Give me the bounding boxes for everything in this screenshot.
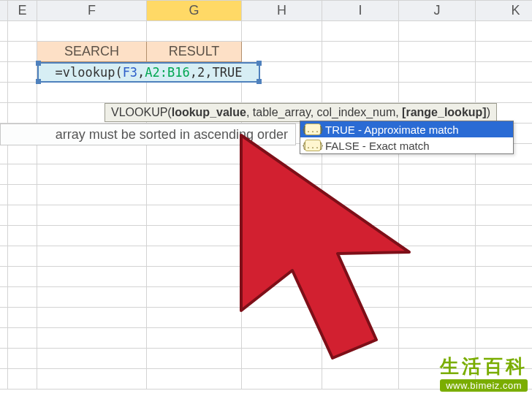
table-row[interactable] <box>0 308 532 328</box>
table-row[interactable]: SEARCH RESULT <box>0 42 532 62</box>
col-header-H[interactable]: H <box>242 1 322 21</box>
formula-edit-box[interactable]: =vlookup(F3,A2:B16,2,TRUE <box>37 62 260 83</box>
table-row[interactable] <box>0 164 532 185</box>
autocomplete-option-label: TRUE - Approximate match <box>325 123 459 136</box>
autocomplete-option-true[interactable]: {...} TRUE - Approximate match <box>300 121 513 137</box>
col-header-G[interactable]: G <box>147 1 242 21</box>
constant-icon: {...} <box>305 140 321 151</box>
cell-result-label[interactable]: RESULT <box>147 42 242 62</box>
table-row[interactable] <box>0 287 532 308</box>
table-row[interactable] <box>0 185 532 205</box>
table-row[interactable] <box>0 328 532 349</box>
watermark: 生活百科 www.bimeiz.com <box>440 354 528 392</box>
watermark-title: 生活百科 <box>440 354 528 379</box>
col-header-J[interactable]: J <box>399 1 476 21</box>
autocomplete-dropdown[interactable]: {...} TRUE - Approximate match {...} FAL… <box>300 121 514 154</box>
autocomplete-option-false[interactable]: {...} FALSE - Exact match <box>300 137 513 153</box>
col-header-D[interactable]: D <box>0 1 8 21</box>
function-signature-tooltip: VLOOKUP(lookup_value, table_array, col_i… <box>104 103 497 122</box>
cell-search-label[interactable]: SEARCH <box>37 42 147 62</box>
table-row[interactable] <box>0 267 532 287</box>
table-row[interactable] <box>0 83 532 103</box>
col-header-E[interactable]: E <box>8 1 37 21</box>
table-row[interactable] <box>0 226 532 246</box>
table-row[interactable] <box>0 21 532 42</box>
spreadsheet-grid[interactable]: D E F G H I J K SEARCH RESULT =vlookup(F… <box>0 0 532 390</box>
col-header-F[interactable]: F <box>37 1 147 21</box>
constant-icon: {...} <box>305 123 321 135</box>
table-row[interactable] <box>0 246 532 267</box>
table-row[interactable]: =vlookup(F3,A2:B16,2,TRUE <box>0 62 532 83</box>
sort-hint-bar: array must be sorted in ascending order <box>0 123 296 145</box>
watermark-url: www.bimeiz.com <box>440 379 528 392</box>
col-header-I[interactable]: I <box>322 1 399 21</box>
table-row[interactable] <box>0 205 532 226</box>
col-header-K[interactable]: K <box>476 1 533 21</box>
formula-text: =vlookup(F3,A2:B16,2,TRUE <box>56 65 243 80</box>
column-header-row: D E F G H I J K <box>0 1 532 21</box>
autocomplete-option-label: FALSE - Exact match <box>325 140 430 152</box>
